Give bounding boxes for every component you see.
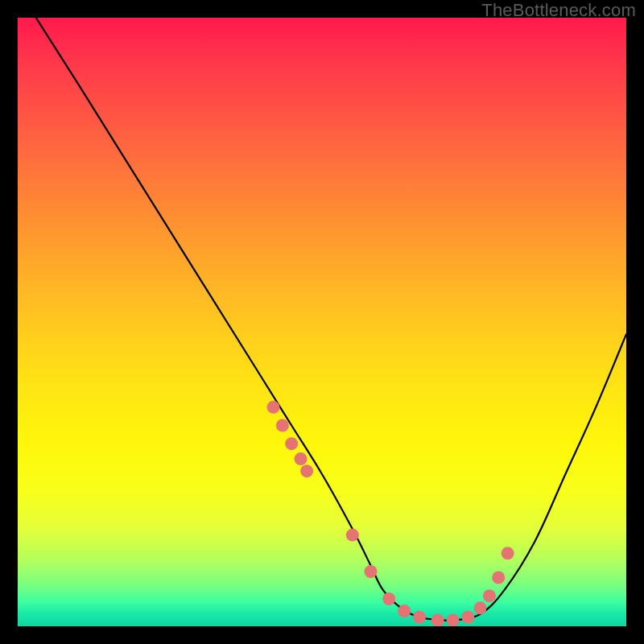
fit-marker (398, 605, 411, 617)
fit-region-markers (267, 401, 514, 626)
fit-marker (447, 613, 460, 626)
fit-marker (483, 589, 496, 602)
fit-marker (502, 547, 514, 559)
fit-marker (300, 464, 313, 477)
bottleneck-curve (36, 18, 626, 621)
curve-layer (18, 18, 626, 626)
fit-marker (267, 401, 280, 414)
fit-marker (295, 452, 308, 465)
fit-marker (346, 529, 359, 542)
fit-marker (492, 572, 505, 584)
fit-marker (276, 419, 289, 432)
plot-area (18, 18, 626, 626)
fit-marker (285, 437, 298, 450)
fit-marker (431, 613, 444, 626)
fit-marker (382, 592, 395, 605)
fit-marker (413, 611, 426, 624)
fit-marker (365, 565, 378, 578)
fit-marker (474, 601, 487, 614)
chart-frame: TheBottleneck.com (0, 0, 644, 644)
fit-marker (461, 611, 474, 624)
